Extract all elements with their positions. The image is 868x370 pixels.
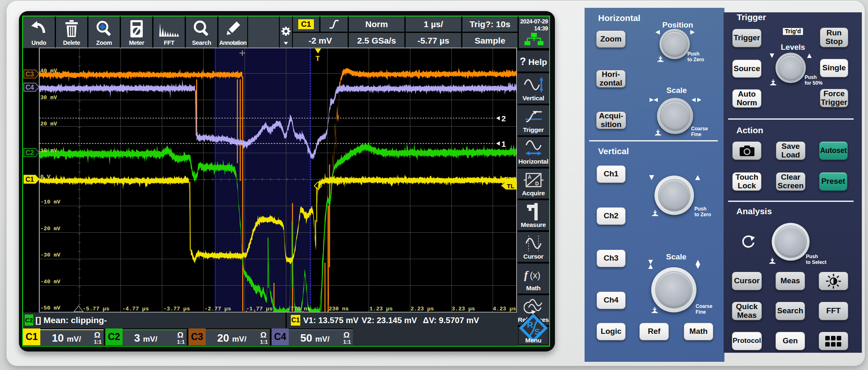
svg-text:C1: C1 [26, 176, 34, 183]
svg-text:-1.77 µs: -1.77 µs [246, 306, 273, 312]
svg-text:C2: C2 [26, 149, 34, 156]
svg-text:D: D [535, 181, 539, 187]
svg-text:3.23 µs: 3.23 µs [452, 306, 475, 312]
svg-text:2.23 µs: 2.23 µs [411, 306, 434, 312]
svg-text:230 ns: 230 ns [329, 306, 349, 312]
svg-text:f: f [524, 268, 529, 281]
svg-text:1: 1 [501, 140, 506, 148]
svg-text:Prs: Prs [508, 69, 518, 76]
svg-text:TL: TL [507, 183, 514, 190]
svg-text:C3: C3 [26, 71, 34, 78]
svg-text:2: 2 [501, 114, 506, 123]
svg-text:S: S [534, 327, 540, 336]
svg-text:-30 mV: -30 mV [40, 252, 61, 258]
svg-text:PIK: PIK [505, 176, 515, 183]
svg-text:PRK: PRK [505, 149, 515, 155]
svg-text:40 mV: 40 mV [40, 68, 57, 74]
svg-text:-4.77 µs: -4.77 µs [122, 306, 149, 312]
svg-text:-50 mV: -50 mV [40, 305, 61, 311]
svg-text:-5.77 µs: -5.77 µs [83, 306, 109, 312]
svg-text:-40 mV: -40 mV [40, 279, 61, 285]
svg-text:10 mV: 10 mV [40, 148, 57, 154]
svg-text:-20 mV: -20 mV [40, 226, 61, 232]
svg-text:0 V: 0 V [40, 174, 51, 180]
svg-text:C4: C4 [26, 84, 34, 91]
svg-text:(x): (x) [530, 270, 541, 280]
svg-text:T: T [316, 55, 320, 62]
svg-text:20 mV: 20 mV [40, 121, 57, 127]
svg-text:-770 ns: -770 ns [287, 306, 311, 312]
svg-text:R: R [527, 320, 533, 329]
svg-text:4.23 µs: 4.23 µs [493, 306, 516, 312]
svg-text:1.23 µs: 1.23 µs [369, 306, 393, 312]
svg-text:Pis: Pis [508, 83, 518, 89]
svg-text:-2.77 µs: -2.77 µs [204, 306, 231, 312]
svg-text:-3.77 µs: -3.77 µs [163, 306, 190, 312]
svg-text:A: A [528, 174, 531, 180]
svg-text:30 mV: 30 mV [40, 95, 57, 101]
svg-text:-10 mV: -10 mV [40, 199, 61, 205]
